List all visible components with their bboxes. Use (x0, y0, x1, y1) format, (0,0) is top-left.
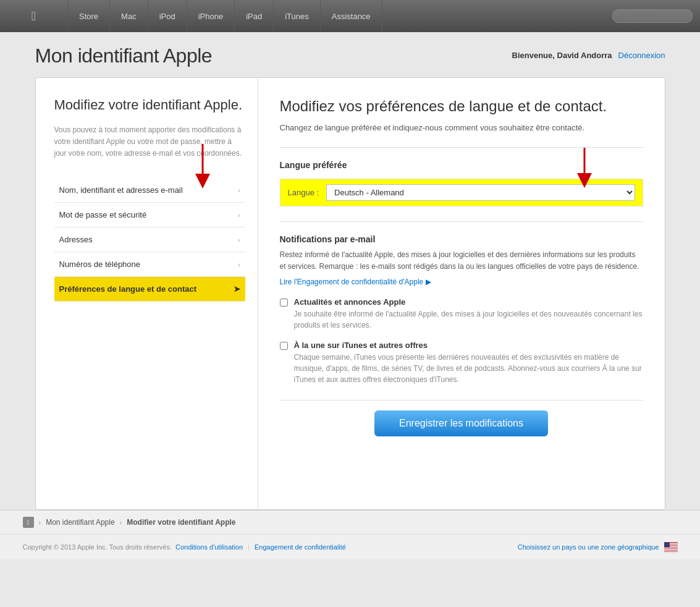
footer-links: Conditions d'utilisation | Engagement de… (175, 543, 346, 551)
content-subtitle: Changez de langue préférée et indiquez-n… (280, 123, 643, 132)
page-title: Mon identifiant Apple (35, 45, 213, 67)
flag-icon[interactable] (664, 542, 678, 552)
nav-ipod[interactable]: iPod (148, 0, 187, 32)
itunes-checkbox[interactable] (280, 342, 288, 350)
sidebar-item-motdepasse[interactable]: Mot de passe et sécurité › (54, 203, 245, 227)
nav-items: Store Mac iPod iPhone iPad iTunes Assist… (68, 0, 605, 32)
chevron-icon: › (238, 187, 240, 194)
sidebar-nav: Nom, identifiant et adresses e-mail › Mo… (54, 178, 245, 302)
content-area: Modifiez vos préférences de langue et de… (258, 78, 665, 509)
user-info: Bienvenue, David Andorra Déconnexion (512, 45, 665, 60)
sidebar-item-preferences[interactable]: Préférences de langue et de contact ➤ (54, 277, 245, 302)
langue-row: Langue : Français English Deutsch - Alle… (280, 179, 643, 206)
nav-itunes[interactable]: iTunes (274, 0, 321, 32)
breadcrumb-item-1[interactable]: Mon identifiant Apple (46, 518, 114, 527)
footer-inner: Copyright © 2013 Apple Inc. Tous droits … (23, 542, 678, 552)
content-title: Modifiez vos préférences de langue et de… (280, 96, 643, 116)
privacy-link[interactable]: Lire l'Engagement de confidentialité d'A… (280, 278, 431, 286)
chevron-active-icon: ➤ (234, 284, 240, 294)
breadcrumb-item-2: Modifier votre identifiant Apple (127, 518, 235, 527)
chevron-icon: › (238, 261, 240, 268)
breadcrumb-sep1: › (39, 519, 41, 526)
itunes-label: À la une sur iTunes et autres offres (294, 341, 643, 350)
search-input[interactable] (612, 9, 693, 23)
apple-logo-icon:  (32, 9, 36, 23)
sidebar-item-nom[interactable]: Nom, identifiant et adresses e-mail › (54, 178, 245, 203)
breadcrumb-apple-icon[interactable]:  (23, 517, 34, 528)
apple-nav-button[interactable]:  (0, 0, 68, 32)
nav-mac[interactable]: Mac (110, 0, 148, 32)
notifications-heading: Notifications par e-mail (280, 234, 643, 244)
divider2 (280, 221, 643, 222)
save-button[interactable]: Enregistrer les modifications (374, 410, 548, 436)
sidebar-item-numeros[interactable]: Numéros de téléphone › (54, 252, 245, 277)
nav-store[interactable]: Store (68, 0, 110, 32)
footer-link-conditions[interactable]: Conditions d'utilisation (175, 543, 243, 551)
sidebar-description: Vous pouvez à tout moment apporter des m… (54, 124, 245, 160)
checkbox-actualites: Actualités et annonces Apple Je souhaite… (280, 297, 643, 331)
save-section: Enregistrer les modifications (280, 400, 643, 436)
divider (280, 147, 643, 148)
nav-assistance[interactable]: Assistance (321, 0, 382, 32)
logout-link[interactable]: Déconnexion (618, 51, 665, 60)
footer-link-privacy[interactable]: Engagement de confidentialité (255, 543, 346, 551)
sidebar-title: Modifiez votre identifiant Apple. (54, 96, 245, 114)
svg-rect-8 (664, 548, 678, 549)
svg-rect-9 (664, 549, 678, 550)
nav-search-area (605, 0, 700, 32)
chevron-icon: › (238, 211, 240, 219)
breadcrumb-bar:  › Mon identifiant Apple › Modifier vot… (0, 510, 700, 534)
breadcrumb:  › Mon identifiant Apple › Modifier vot… (23, 517, 678, 528)
chevron-icon: › (238, 236, 240, 244)
footer-country-link[interactable]: Choisissez un pays ou une zone géographi… (518, 543, 659, 551)
sidebar: Modifiez votre identifiant Apple. Vous p… (36, 78, 258, 509)
svg-rect-11 (664, 542, 670, 548)
checkbox-itunes: À la une sur iTunes et autres offres Cha… (280, 341, 643, 385)
navbar:  Store Mac iPod iPhone iPad iTunes Assi… (0, 0, 700, 32)
footer: Copyright © 2013 Apple Inc. Tous droits … (0, 534, 700, 559)
breadcrumb-sep2: › (120, 519, 122, 526)
notifications-description: Restez informé de l'actualité Apple, des… (280, 249, 643, 273)
actualites-checkbox[interactable] (280, 299, 288, 307)
footer-right: Choisissez un pays ou une zone géographi… (518, 542, 678, 552)
sidebar-item-adresses[interactable]: Adresses › (54, 227, 245, 252)
svg-rect-10 (664, 551, 678, 552)
nav-ipad[interactable]: iPad (235, 0, 274, 32)
footer-left: Copyright © 2013 Apple Inc. Tous droits … (23, 543, 346, 551)
main-card: Modifiez votre identifiant Apple. Vous p… (35, 77, 665, 510)
langue-section-heading: Langue préférée (280, 160, 643, 170)
langue-select[interactable]: Français English Deutsch - Allemand Espa… (326, 184, 635, 201)
actualites-desc: Je souhaite être informé de l'actualité … (294, 308, 643, 331)
page-header: Mon identifiant Apple Bienvenue, David A… (35, 45, 665, 67)
langue-label: Langue : (288, 188, 319, 197)
nav-iphone[interactable]: iPhone (187, 0, 235, 32)
welcome-text: Bienvenue, David Andorra (512, 51, 612, 60)
checkbox-section: Actualités et annonces Apple Je souhaite… (280, 297, 643, 385)
itunes-desc: Chaque semaine, iTunes vous présente les… (294, 352, 643, 385)
copyright-text: Copyright © 2013 Apple Inc. Tous droits … (23, 543, 172, 551)
actualites-label: Actualités et annonces Apple (294, 297, 643, 307)
